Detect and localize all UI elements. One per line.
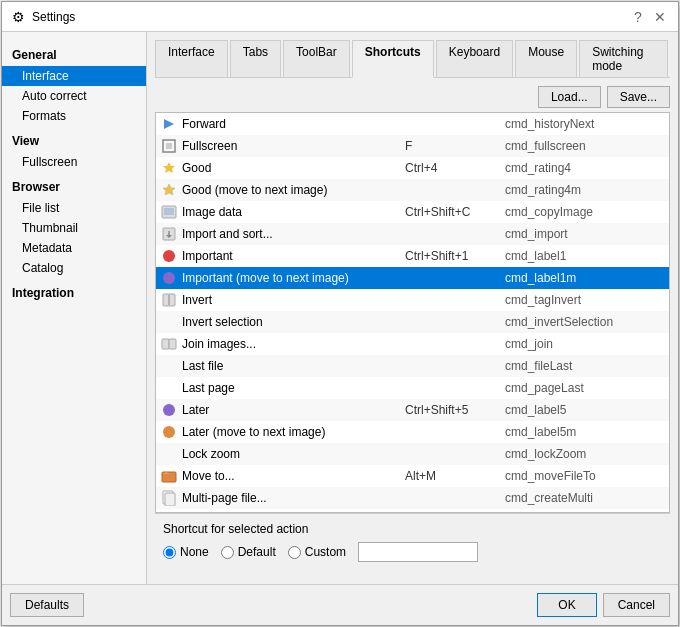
row-shortcut: F <box>405 139 505 153</box>
table-row[interactable]: Invert selectioncmd_invertSelection <box>156 311 669 333</box>
row-name: Move to... <box>182 469 405 483</box>
row-cmd: cmd_rating4 <box>505 161 665 175</box>
sidebar-section-browser: Browser <box>2 176 146 198</box>
row-cmd: cmd_join <box>505 337 665 351</box>
content-area: General Interface Auto correct Formats V… <box>2 32 678 584</box>
table-row[interactable]: Image dataCtrl+Shift+Ccmd_copyImage <box>156 201 669 223</box>
row-icon <box>160 401 178 419</box>
settings-window: ⚙ Settings ? ✕ General Interface Auto co… <box>1 1 679 626</box>
table-row[interactable]: LaterCtrl+Shift+5cmd_label5 <box>156 399 669 421</box>
editor-label: Shortcut for selected action <box>163 522 662 536</box>
row-cmd: cmd_fullscreen <box>505 139 665 153</box>
shortcuts-tab-content: Load... Save... Forwardcmd_historyNextFu… <box>155 86 670 576</box>
row-cmd: cmd_label5 <box>505 403 665 417</box>
radio-default-option[interactable]: Default <box>221 545 276 559</box>
radio-custom-option[interactable]: Custom <box>288 545 346 559</box>
radio-none-option[interactable]: None <box>163 545 209 559</box>
help-button[interactable]: ? <box>628 7 648 27</box>
sidebar-item-fullscreen[interactable]: Fullscreen <box>2 152 146 172</box>
row-icon <box>160 291 178 309</box>
table-row[interactable]: Invertcmd_tagInvert <box>156 289 669 311</box>
table-row[interactable]: Lock zoomcmd_lockZoom <box>156 443 669 465</box>
row-name: Last file <box>182 359 405 373</box>
title-bar-left: ⚙ Settings <box>10 9 75 25</box>
window-title: Settings <box>32 10 75 24</box>
sidebar-item-metadata[interactable]: Metadata <box>2 238 146 258</box>
svg-marker-3 <box>163 162 175 173</box>
row-cmd: cmd_label5m <box>505 425 665 439</box>
tab-interface[interactable]: Interface <box>155 40 228 77</box>
row-cmd: cmd_import <box>505 227 665 241</box>
svg-point-17 <box>163 426 175 438</box>
load-button[interactable]: Load... <box>538 86 601 108</box>
sidebar-item-autocorrect[interactable]: Auto correct <box>2 86 146 106</box>
row-icon <box>160 181 178 199</box>
radio-group: None Default Custom <box>163 542 662 562</box>
sidebar-item-interface[interactable]: Interface <box>2 66 146 86</box>
row-cmd: cmd_moveFileTo <box>505 469 665 483</box>
table-row[interactable]: Multi-page file...cmd_createMulti <box>156 487 669 509</box>
table-row[interactable]: FullscreenFcmd_fullscreen <box>156 135 669 157</box>
custom-shortcut-input[interactable] <box>358 542 478 562</box>
tab-mouse[interactable]: Mouse <box>515 40 577 77</box>
row-cmd: cmd_rating4m <box>505 183 665 197</box>
svg-rect-6 <box>164 208 174 215</box>
shortcuts-list[interactable]: Forwardcmd_historyNextFullscreenFcmd_ful… <box>156 113 669 512</box>
table-row[interactable]: Important (move to next image)cmd_label1… <box>156 267 669 289</box>
row-name: Later <box>182 403 405 417</box>
sidebar-item-thumbnail[interactable]: Thumbnail <box>2 218 146 238</box>
table-row[interactable]: Move to...Alt+Mcmd_moveFileTo <box>156 465 669 487</box>
row-name: Invert selection <box>182 315 405 329</box>
svg-rect-15 <box>169 339 176 349</box>
svg-point-11 <box>163 272 175 284</box>
sidebar-item-filelist[interactable]: File list <box>2 198 146 218</box>
row-name: Last page <box>182 381 405 395</box>
row-cmd: cmd_createMulti <box>505 491 665 505</box>
row-icon <box>160 225 178 243</box>
table-row[interactable]: New folderF7cmd_newFolder <box>156 509 669 512</box>
ok-button[interactable]: OK <box>537 593 596 617</box>
table-row[interactable]: GoodCtrl+4cmd_rating4 <box>156 157 669 179</box>
table-row[interactable]: Forwardcmd_historyNext <box>156 113 669 135</box>
row-name: Import and sort... <box>182 227 405 241</box>
radio-none-label: None <box>180 545 209 559</box>
row-icon <box>160 489 178 507</box>
cancel-button[interactable]: Cancel <box>603 593 670 617</box>
table-row[interactable]: ImportantCtrl+Shift+1cmd_label1 <box>156 245 669 267</box>
row-icon <box>160 445 178 463</box>
sidebar-item-catalog[interactable]: Catalog <box>2 258 146 278</box>
tab-shortcuts[interactable]: Shortcuts <box>352 40 434 78</box>
row-shortcut: Ctrl+Shift+5 <box>405 403 505 417</box>
table-row[interactable]: Import and sort...cmd_import <box>156 223 669 245</box>
bottom-bar: Defaults OK Cancel <box>2 584 678 625</box>
row-name: Invert <box>182 293 405 307</box>
radio-default-input[interactable] <box>221 546 234 559</box>
table-row[interactable]: Last filecmd_fileLast <box>156 355 669 377</box>
top-buttons: Load... Save... <box>155 86 670 108</box>
svg-marker-4 <box>163 184 175 195</box>
app-icon: ⚙ <box>10 9 26 25</box>
table-row[interactable]: Join images...cmd_join <box>156 333 669 355</box>
defaults-button[interactable]: Defaults <box>10 593 84 617</box>
title-bar: ⚙ Settings ? ✕ <box>2 2 678 32</box>
row-cmd: cmd_copyImage <box>505 205 665 219</box>
row-cmd: cmd_tagInvert <box>505 293 665 307</box>
tab-switching-mode[interactable]: Switching mode <box>579 40 668 77</box>
table-row[interactable]: Later (move to next image)cmd_label5m <box>156 421 669 443</box>
save-button[interactable]: Save... <box>607 86 670 108</box>
row-icon <box>160 423 178 441</box>
svg-rect-2 <box>166 143 172 149</box>
row-icon <box>160 467 178 485</box>
radio-custom-input[interactable] <box>288 546 301 559</box>
table-row[interactable]: Good (move to next image)cmd_rating4m <box>156 179 669 201</box>
row-icon <box>160 335 178 353</box>
close-button[interactable]: ✕ <box>650 7 670 27</box>
tab-tabs[interactable]: Tabs <box>230 40 281 77</box>
tab-keyboard[interactable]: Keyboard <box>436 40 513 77</box>
sidebar-item-formats[interactable]: Formats <box>2 106 146 126</box>
radio-none-input[interactable] <box>163 546 176 559</box>
tab-toolbar[interactable]: ToolBar <box>283 40 350 77</box>
tab-bar: Interface Tabs ToolBar Shortcuts Keyboar… <box>155 40 670 78</box>
table-row[interactable]: Last pagecmd_pageLast <box>156 377 669 399</box>
row-icon <box>160 313 178 331</box>
